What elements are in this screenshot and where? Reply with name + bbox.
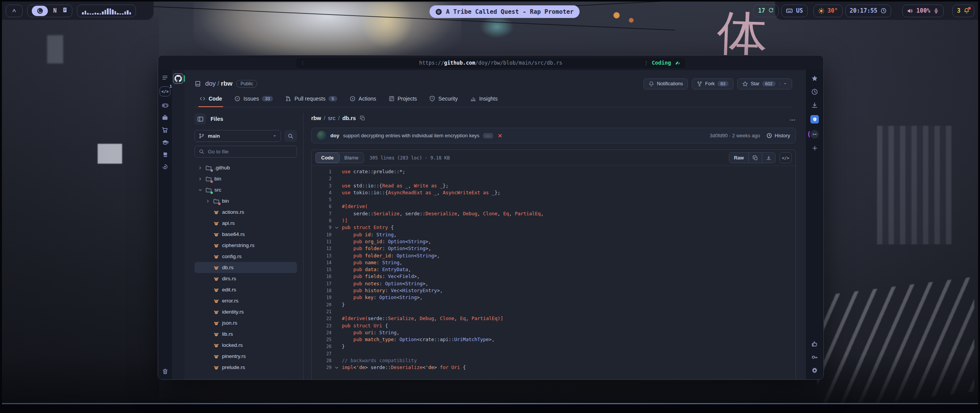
line-number[interactable]: 7 <box>312 210 332 217</box>
line-number[interactable]: 15 <box>312 266 332 273</box>
line-number[interactable]: 5 <box>312 196 332 203</box>
tree-item-json.rs[interactable]: json.rs <box>194 317 297 328</box>
tab-actions[interactable]: Actions <box>345 96 381 107</box>
tree-item-dirs.rs[interactable]: dirs.rs <box>194 273 297 284</box>
line-number[interactable]: 26 <box>312 343 332 350</box>
star-button[interactable]: Star 602 <box>737 78 792 89</box>
workspace-browser-active[interactable] <box>32 6 48 16</box>
media-player-widget[interactable]: A Tribe Called Quest - Rap Promoter <box>430 5 580 18</box>
gamepad-icon[interactable] <box>162 102 169 109</box>
tree-item-locked.rs[interactable]: locked.rs <box>194 340 297 351</box>
tab-projects[interactable]: Projects <box>384 96 422 107</box>
add-panel-icon[interactable] <box>812 145 818 151</box>
star-caret[interactable] <box>779 82 787 86</box>
graduation-cap-icon[interactable] <box>162 139 169 146</box>
thumbs-up-icon[interactable] <box>811 340 818 347</box>
breadcrumb-repo[interactable]: rbw <box>311 115 321 121</box>
line-number[interactable]: 23 <box>312 322 332 329</box>
tree-item-src[interactable]: src <box>194 184 297 195</box>
tab-code[interactable]: Code <box>194 96 227 107</box>
blame-tab[interactable]: Blame <box>339 153 364 163</box>
download-file-button[interactable] <box>762 153 775 163</box>
tree-item-prelude.rs[interactable]: prelude.rs <box>194 362 297 373</box>
tray-keyboard-layout[interactable]: US <box>781 5 807 17</box>
bookmarks-star-icon[interactable] <box>811 75 818 82</box>
tray-weather[interactable]: 30° <box>813 5 843 17</box>
avatar[interactable] <box>317 131 327 140</box>
url-field[interactable]: ⋮ https://github.com/doy/rbw/blob/main/s… <box>296 58 685 68</box>
ci-status-failed-icon[interactable]: ✕ <box>498 133 502 139</box>
tab-github[interactable] <box>173 73 183 84</box>
tree-item-db.rs[interactable]: db.rs <box>194 262 297 273</box>
line-number[interactable]: 11 <box>312 238 332 245</box>
notifications-button[interactable]: Notifications <box>644 78 688 89</box>
spiral-icon[interactable] <box>162 163 168 170</box>
line-number[interactable]: 27 <box>312 350 332 357</box>
line-number[interactable]: 21 <box>312 308 332 315</box>
tree-item-error.rs[interactable]: error.rs <box>194 295 297 306</box>
cart-icon[interactable] <box>162 127 168 133</box>
line-number[interactable]: 20 <box>312 301 332 308</box>
more-options-button[interactable]: … <box>790 115 796 122</box>
tray-updates[interactable]: 17 <box>753 5 779 17</box>
copy-path-button[interactable] <box>360 115 365 121</box>
line-number[interactable]: 2 <box>312 175 332 182</box>
breadcrumb-dir[interactable]: src <box>328 115 335 121</box>
branch-selector[interactable]: main <box>194 130 281 142</box>
tree-item-bin[interactable]: bin <box>194 173 297 184</box>
line-number[interactable]: 12 <box>312 245 332 252</box>
downloads-icon[interactable] <box>811 102 818 109</box>
star-count[interactable]: 602 <box>762 81 776 86</box>
settings-gear-icon[interactable] <box>811 367 818 374</box>
tab-issues[interactable]: Issues 33 <box>229 96 278 107</box>
line-number[interactable]: 17 <box>312 280 332 287</box>
line-number[interactable]: 22 <box>312 315 332 322</box>
fork-button[interactable]: Fork 83 <box>692 78 733 89</box>
book-icon[interactable] <box>162 151 168 158</box>
line-number[interactable]: 18 <box>312 287 332 294</box>
commit-message[interactable]: support decrypting entries with individu… <box>343 133 479 138</box>
line-number[interactable]: 3 <box>312 182 332 189</box>
line-number[interactable]: 6 <box>312 203 332 210</box>
tray-notifications[interactable]: 3 <box>952 5 974 17</box>
commit-sha-time[interactable]: 3d0fd90 · 2 weeks ago <box>710 133 760 138</box>
workspace-code-tab[interactable]: </> 1 <box>160 86 170 96</box>
search-files-button[interactable] <box>284 130 297 142</box>
line-number[interactable]: 28 <box>312 357 332 364</box>
go-to-file-input[interactable]: Go to file <box>194 146 297 158</box>
line-number[interactable]: 4 <box>312 189 332 196</box>
line-number[interactable]: 1 <box>312 168 332 175</box>
tab-insights[interactable]: Insights <box>465 96 503 107</box>
tree-item-config.rs[interactable]: config.rs <box>194 251 297 262</box>
workspace-docs[interactable] <box>62 7 68 15</box>
line-number[interactable]: 13 <box>312 252 332 259</box>
tree-item-api.rs[interactable]: api.rs <box>194 218 297 229</box>
key-icon[interactable] <box>811 354 818 361</box>
repo-name-link[interactable]: rbw <box>221 80 232 87</box>
tree-item-bin[interactable]: bin <box>194 195 297 206</box>
bitwarden-extension-icon[interactable] <box>810 115 819 124</box>
fold-toggle[interactable] <box>332 225 342 230</box>
line-number[interactable]: 19 <box>312 294 332 301</box>
grip-handle[interactable]: ⋮ <box>300 60 305 66</box>
history-button[interactable]: History <box>766 133 790 138</box>
commit-author[interactable]: doy <box>330 133 339 138</box>
tree-item-identity.rs[interactable]: identity.rs <box>194 306 297 317</box>
tree-item-cipherstring.rs[interactable]: cipherstring.rs <box>194 240 297 251</box>
history-clock-icon[interactable] <box>811 88 818 95</box>
commit-sha[interactable]: 3d0fd90 <box>710 133 728 138</box>
line-number[interactable]: 10 <box>312 231 332 238</box>
launcher-button[interactable] <box>6 5 23 17</box>
tree-item-base64.rs[interactable]: base64.rs <box>194 229 297 240</box>
tree-item-actions.rs[interactable]: actions.rs <box>194 206 297 218</box>
line-number[interactable]: 24 <box>312 329 332 336</box>
line-number[interactable]: 29 <box>312 364 332 371</box>
code-tab[interactable]: Code <box>315 153 340 163</box>
tree-item-pinentry.rs[interactable]: pinentry.rs <box>194 351 297 362</box>
workspace-n[interactable]: N <box>53 7 57 14</box>
line-number[interactable]: 8 <box>312 217 332 224</box>
panel-divider[interactable] <box>303 113 304 379</box>
tray-volume[interactable]: 100% <box>902 5 944 17</box>
trash-icon[interactable] <box>162 368 168 375</box>
tree-item-lib.rs[interactable]: lib.rs <box>194 328 297 340</box>
